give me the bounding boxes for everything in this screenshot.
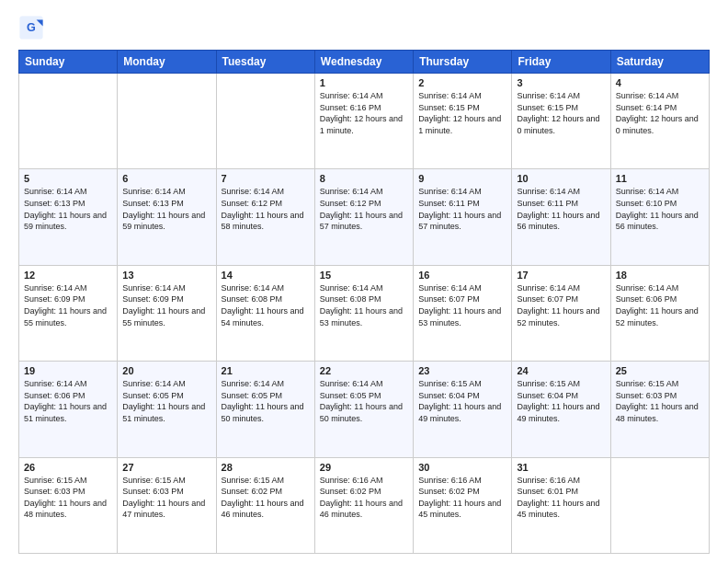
day-cell: 11Sunrise: 6:14 AM Sunset: 6:10 PM Dayli…: [610, 169, 709, 265]
weekday-tuesday: Tuesday: [216, 51, 314, 74]
day-cell: 4Sunrise: 6:14 AM Sunset: 6:14 PM Daylig…: [610, 74, 709, 169]
day-number: 19: [24, 365, 112, 376]
day-number: 10: [517, 173, 605, 184]
day-info: Sunrise: 6:15 AM Sunset: 6:03 PM Dayligh…: [616, 378, 704, 424]
day-cell: 12Sunrise: 6:14 AM Sunset: 6:09 PM Dayli…: [19, 265, 118, 361]
day-number: 29: [320, 462, 408, 473]
day-info: Sunrise: 6:14 AM Sunset: 6:07 PM Dayligh…: [517, 282, 605, 328]
week-row-2: 5Sunrise: 6:14 AM Sunset: 6:13 PM Daylig…: [19, 169, 710, 265]
day-info: Sunrise: 6:15 AM Sunset: 6:03 PM Dayligh…: [122, 475, 210, 521]
weekday-wednesday: Wednesday: [314, 51, 413, 74]
page: G SundayMondayTuesdayWednesdayThursdayFr…: [0, 0, 728, 563]
day-info: Sunrise: 6:14 AM Sunset: 6:12 PM Dayligh…: [222, 186, 310, 232]
svg-text:G: G: [27, 21, 36, 34]
day-cell: 21Sunrise: 6:14 AM Sunset: 6:05 PM Dayli…: [216, 362, 314, 457]
day-info: Sunrise: 6:15 AM Sunset: 6:02 PM Dayligh…: [222, 475, 310, 521]
day-cell: 8Sunrise: 6:14 AM Sunset: 6:12 PM Daylig…: [314, 169, 413, 265]
weekday-friday: Friday: [512, 51, 610, 74]
weekday-monday: Monday: [118, 51, 216, 74]
day-number: 3: [517, 77, 605, 88]
day-number: 2: [418, 77, 506, 88]
day-cell: 28Sunrise: 6:15 AM Sunset: 6:02 PM Dayli…: [216, 457, 314, 553]
day-cell: 2Sunrise: 6:14 AM Sunset: 6:15 PM Daylig…: [414, 74, 512, 169]
week-row-3: 12Sunrise: 6:14 AM Sunset: 6:09 PM Dayli…: [19, 265, 710, 361]
logo-icon: G: [18, 15, 44, 40]
day-number: 20: [122, 365, 210, 376]
header: G: [18, 15, 710, 40]
day-cell: 19Sunrise: 6:14 AM Sunset: 6:06 PM Dayli…: [19, 362, 118, 457]
day-cell: 7Sunrise: 6:14 AM Sunset: 6:12 PM Daylig…: [216, 169, 314, 265]
day-number: 4: [616, 77, 704, 88]
day-info: Sunrise: 6:14 AM Sunset: 6:12 PM Dayligh…: [320, 186, 408, 232]
week-row-1: 1Sunrise: 6:14 AM Sunset: 6:16 PM Daylig…: [19, 74, 710, 169]
weekday-sunday: Sunday: [19, 51, 118, 74]
day-info: Sunrise: 6:14 AM Sunset: 6:13 PM Dayligh…: [24, 186, 112, 232]
day-number: 15: [320, 270, 408, 281]
day-cell: [216, 74, 314, 169]
day-number: 5: [24, 173, 112, 184]
day-info: Sunrise: 6:14 AM Sunset: 6:05 PM Dayligh…: [320, 378, 408, 424]
day-cell: [610, 457, 709, 553]
day-info: Sunrise: 6:14 AM Sunset: 6:09 PM Dayligh…: [122, 282, 210, 328]
day-cell: 18Sunrise: 6:14 AM Sunset: 6:06 PM Dayli…: [610, 265, 709, 361]
day-cell: 22Sunrise: 6:14 AM Sunset: 6:05 PM Dayli…: [314, 362, 413, 457]
calendar: SundayMondayTuesdayWednesdayThursdayFrid…: [18, 50, 710, 554]
day-number: 6: [122, 173, 210, 184]
day-cell: 16Sunrise: 6:14 AM Sunset: 6:07 PM Dayli…: [414, 265, 512, 361]
day-cell: 25Sunrise: 6:15 AM Sunset: 6:03 PM Dayli…: [610, 362, 709, 457]
day-cell: 20Sunrise: 6:14 AM Sunset: 6:05 PM Dayli…: [118, 362, 216, 457]
logo: G: [18, 15, 48, 40]
day-cell: [118, 74, 216, 169]
day-info: Sunrise: 6:14 AM Sunset: 6:15 PM Dayligh…: [517, 90, 605, 136]
day-number: 21: [222, 365, 310, 376]
day-number: 31: [517, 462, 605, 473]
day-number: 24: [517, 365, 605, 376]
day-info: Sunrise: 6:14 AM Sunset: 6:11 PM Dayligh…: [517, 186, 605, 232]
day-info: Sunrise: 6:15 AM Sunset: 6:04 PM Dayligh…: [517, 378, 605, 424]
week-row-5: 26Sunrise: 6:15 AM Sunset: 6:03 PM Dayli…: [19, 457, 710, 553]
day-number: 12: [24, 270, 112, 281]
day-number: 9: [418, 173, 506, 184]
day-number: 22: [320, 365, 408, 376]
day-number: 18: [616, 270, 704, 281]
day-cell: 5Sunrise: 6:14 AM Sunset: 6:13 PM Daylig…: [19, 169, 118, 265]
day-cell: 23Sunrise: 6:15 AM Sunset: 6:04 PM Dayli…: [414, 362, 512, 457]
day-info: Sunrise: 6:14 AM Sunset: 6:14 PM Dayligh…: [616, 90, 704, 136]
day-info: Sunrise: 6:14 AM Sunset: 6:08 PM Dayligh…: [222, 282, 310, 328]
day-cell: 29Sunrise: 6:16 AM Sunset: 6:02 PM Dayli…: [314, 457, 413, 553]
day-number: 25: [616, 365, 704, 376]
day-info: Sunrise: 6:14 AM Sunset: 6:13 PM Dayligh…: [122, 186, 210, 232]
week-row-4: 19Sunrise: 6:14 AM Sunset: 6:06 PM Dayli…: [19, 362, 710, 457]
day-info: Sunrise: 6:14 AM Sunset: 6:05 PM Dayligh…: [222, 378, 310, 424]
day-cell: 30Sunrise: 6:16 AM Sunset: 6:02 PM Dayli…: [414, 457, 512, 553]
day-cell: 31Sunrise: 6:16 AM Sunset: 6:01 PM Dayli…: [512, 457, 610, 553]
day-number: 16: [418, 270, 506, 281]
day-number: 30: [418, 462, 506, 473]
day-info: Sunrise: 6:14 AM Sunset: 6:16 PM Dayligh…: [320, 90, 408, 136]
day-cell: 9Sunrise: 6:14 AM Sunset: 6:11 PM Daylig…: [414, 169, 512, 265]
day-number: 1: [320, 77, 408, 88]
day-number: 13: [122, 270, 210, 281]
day-number: 11: [616, 173, 704, 184]
day-info: Sunrise: 6:16 AM Sunset: 6:02 PM Dayligh…: [320, 475, 408, 521]
day-info: Sunrise: 6:16 AM Sunset: 6:01 PM Dayligh…: [517, 475, 605, 521]
day-cell: 10Sunrise: 6:14 AM Sunset: 6:11 PM Dayli…: [512, 169, 610, 265]
day-cell: 17Sunrise: 6:14 AM Sunset: 6:07 PM Dayli…: [512, 265, 610, 361]
day-info: Sunrise: 6:15 AM Sunset: 6:04 PM Dayligh…: [418, 378, 506, 424]
day-info: Sunrise: 6:14 AM Sunset: 6:06 PM Dayligh…: [616, 282, 704, 328]
day-cell: 27Sunrise: 6:15 AM Sunset: 6:03 PM Dayli…: [118, 457, 216, 553]
day-number: 27: [122, 462, 210, 473]
weekday-thursday: Thursday: [414, 51, 512, 74]
day-info: Sunrise: 6:16 AM Sunset: 6:02 PM Dayligh…: [418, 475, 506, 521]
day-number: 26: [24, 462, 112, 473]
day-info: Sunrise: 6:14 AM Sunset: 6:15 PM Dayligh…: [418, 90, 506, 136]
weekday-saturday: Saturday: [610, 51, 709, 74]
day-number: 7: [222, 173, 310, 184]
day-cell: 26Sunrise: 6:15 AM Sunset: 6:03 PM Dayli…: [19, 457, 118, 553]
day-info: Sunrise: 6:14 AM Sunset: 6:05 PM Dayligh…: [122, 378, 210, 424]
day-cell: 3Sunrise: 6:14 AM Sunset: 6:15 PM Daylig…: [512, 74, 610, 169]
day-cell: 13Sunrise: 6:14 AM Sunset: 6:09 PM Dayli…: [118, 265, 216, 361]
day-info: Sunrise: 6:14 AM Sunset: 6:11 PM Dayligh…: [418, 186, 506, 232]
day-number: 17: [517, 270, 605, 281]
day-number: 28: [222, 462, 310, 473]
